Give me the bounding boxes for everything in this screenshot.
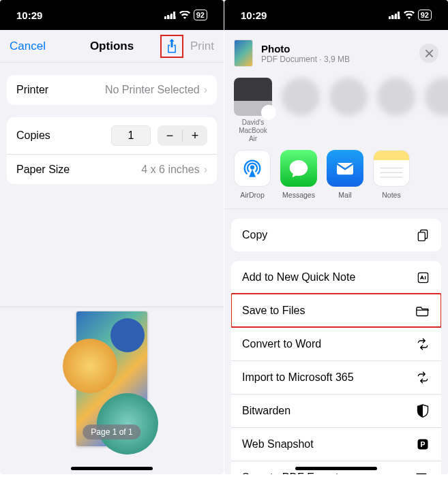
app-notes[interactable]: Notes: [373, 150, 410, 199]
avatar: [282, 78, 320, 116]
device-avatar: [234, 78, 272, 116]
page-title: Options: [90, 40, 134, 53]
shield-icon: [415, 403, 430, 418]
share-icon[interactable]: [166, 39, 178, 54]
home-indicator[interactable]: [295, 467, 377, 470]
copies-row: Copies 1 − +: [7, 117, 217, 154]
share-sheet-screen: 10:29 92 Photo PDF Document · 3,9 MB Dav…: [224, 0, 448, 474]
contact-name: David's MacBook Air: [234, 119, 272, 135]
paper-size-row[interactable]: Paper Size 4 x 6 inches›: [7, 154, 217, 184]
svg-point-0: [267, 111, 270, 114]
paper-size-value: 4 x 6 inches: [141, 164, 199, 176]
messages-icon: [280, 150, 317, 187]
clock: 10:29: [16, 10, 42, 21]
quick-note-action[interactable]: Add to New Quick Note: [231, 261, 441, 294]
cellular-icon: [389, 12, 400, 19]
chevron-right-icon: ›: [204, 164, 207, 176]
copies-label: Copies: [16, 129, 50, 142]
airdrop-contact[interactable]: David's MacBook Air: [234, 78, 272, 135]
copy-icon: [415, 228, 430, 243]
app-airdrop[interactable]: AirDrop: [234, 150, 271, 199]
increment-button[interactable]: +: [183, 125, 207, 146]
save-to-files-action[interactable]: Save to Files: [231, 294, 441, 327]
printer-row[interactable]: Printer No Printer Selected›: [7, 75, 217, 105]
copies-value[interactable]: 1: [111, 125, 151, 146]
document-thumbnail: [234, 40, 253, 67]
printer-value: No Printer Selected: [105, 84, 200, 96]
page-thumbnail[interactable]: Page 1 of 1: [76, 311, 148, 447]
convert-word-action[interactable]: Convert to Word: [231, 327, 441, 360]
airdrop-icon: [234, 150, 271, 187]
airdrop-contacts-row: David's MacBook Air: [224, 74, 448, 142]
close-button[interactable]: [419, 44, 438, 63]
avatar: [329, 78, 368, 116]
mail-icon: [327, 150, 363, 187]
battery-indicator: 92: [418, 10, 432, 20]
printer-group: Printer No Printer Selected›: [7, 75, 217, 105]
share-apps-row: AirDrop Messages Mail Notes: [224, 142, 448, 209]
svg-text:P: P: [420, 440, 425, 448]
airdrop-badge-icon: [261, 105, 276, 120]
cancel-button[interactable]: Cancel: [10, 40, 46, 53]
home-indicator[interactable]: [71, 467, 153, 470]
decrement-button[interactable]: −: [158, 125, 182, 146]
status-bar: 10:29 92: [0, 0, 224, 30]
svg-rect-5: [380, 177, 403, 178]
navigation-bar: Cancel Options Print: [0, 30, 224, 63]
airdrop-contact[interactable]: [329, 78, 368, 135]
notes-icon: [373, 150, 410, 187]
bitwarden-action[interactable]: Bitwarden: [231, 394, 441, 427]
import-icon: [415, 370, 430, 385]
paper-size-label: Paper Size: [16, 164, 70, 176]
airdrop-contact[interactable]: [425, 78, 448, 135]
document-title: Photo: [261, 43, 411, 55]
airdrop-contact[interactable]: [377, 78, 415, 135]
svg-rect-7: [418, 232, 425, 241]
convert-icon: [415, 337, 430, 352]
airdrop-contact[interactable]: [282, 78, 320, 135]
avatar: [377, 78, 415, 116]
print-button[interactable]: Print: [190, 40, 214, 53]
page-indicator: Page 1 of 1: [83, 425, 140, 440]
svg-rect-4: [380, 172, 403, 173]
svg-rect-3: [380, 168, 403, 168]
document-subtitle: PDF Document · 3,9 MB: [261, 55, 411, 64]
cellular-icon: [164, 12, 176, 19]
import-365-action[interactable]: Import to Microsoft 365: [231, 360, 441, 394]
share-actions-group-2: Add to New Quick Note Save to Files Conv…: [231, 261, 441, 474]
copy-action[interactable]: Copy: [231, 219, 441, 251]
app-mail[interactable]: Mail: [327, 150, 363, 199]
print-options-screen: 10:29 92 Cancel Options Print Printer No…: [0, 0, 224, 474]
web-snapshot-icon: P: [415, 437, 430, 452]
pdf-expert-icon: [415, 470, 430, 474]
wifi-icon: [179, 11, 190, 19]
wifi-icon: [404, 11, 415, 19]
share-actions-group-1: Copy: [231, 219, 441, 251]
copies-stepper: − +: [158, 125, 207, 146]
printer-label: Printer: [16, 84, 48, 96]
app-more[interactable]: [419, 150, 448, 199]
chevron-right-icon: ›: [204, 84, 207, 96]
folder-icon: [415, 303, 430, 318]
web-snapshot-action[interactable]: Web Snapshot P: [231, 427, 441, 461]
print-preview: Page 1 of 1: [0, 307, 224, 450]
avatar: [425, 78, 448, 116]
svg-point-1: [250, 165, 254, 169]
clock: 10:29: [241, 10, 267, 21]
quick-note-icon: [415, 270, 430, 285]
app-messages[interactable]: Messages: [280, 150, 317, 199]
print-settings-group: Copies 1 − + Paper Size 4 x 6 inches›: [7, 117, 217, 184]
share-sheet-header: Photo PDF Document · 3,9 MB: [224, 30, 448, 74]
share-highlight: [160, 35, 183, 58]
battery-indicator: 92: [194, 10, 207, 20]
status-bar: 10:29 92: [224, 0, 448, 30]
